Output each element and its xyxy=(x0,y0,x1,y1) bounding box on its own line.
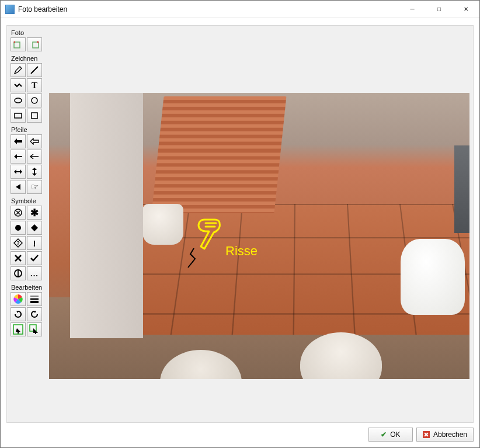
section-label: Bearbeiten xyxy=(11,284,43,291)
ellipse-icon xyxy=(13,96,23,105)
pencil-icon xyxy=(13,65,23,75)
rotate-left-button[interactable] xyxy=(11,37,26,51)
canvas-container: Risse xyxy=(46,26,473,422)
window-title: Foto bearbeiten xyxy=(18,5,399,13)
diamond-button[interactable] xyxy=(27,221,42,235)
rect-icon xyxy=(13,111,23,120)
triangle-left-icon xyxy=(15,183,22,190)
redo-button[interactable] xyxy=(11,307,26,321)
redo-icon xyxy=(13,310,23,319)
pointing-hand-button[interactable]: ☞ xyxy=(27,180,42,194)
arrow-thin-filled-button[interactable] xyxy=(11,150,26,164)
x-mark-icon xyxy=(14,254,22,262)
svg-rect-1 xyxy=(33,42,39,48)
photo-tile-stack xyxy=(151,96,286,213)
arrow-outline-left-button[interactable] xyxy=(27,134,42,148)
photo-bag xyxy=(401,239,465,315)
photo-pillar xyxy=(70,93,143,338)
svg-line-2 xyxy=(31,67,38,74)
window-controls: ─ □ ✕ xyxy=(399,1,479,18)
cancel-button[interactable]: Abbrechen xyxy=(416,428,474,442)
select-in-icon xyxy=(13,324,23,335)
annotation-pointer-icon xyxy=(196,218,223,252)
dot-button[interactable] xyxy=(11,221,26,235)
svg-point-12 xyxy=(15,225,21,231)
question-diamond-icon: ? xyxy=(13,238,23,248)
image-canvas[interactable]: Risse xyxy=(49,93,469,379)
svg-point-14 xyxy=(15,270,22,277)
arrow-double-h-icon xyxy=(13,169,23,175)
undo-icon xyxy=(30,310,39,319)
asterisk-button[interactable]: ✱ xyxy=(27,206,42,220)
section-label: Foto xyxy=(11,29,43,36)
ellipse-button[interactable] xyxy=(11,93,26,107)
section-bearbeiten: Bearbeiten xyxy=(11,284,43,336)
check-icon: ✔ xyxy=(381,430,387,439)
arrow-thin-filled-icon xyxy=(13,154,23,159)
arrow-double-h-button[interactable] xyxy=(11,165,26,179)
annotation-label: Risse xyxy=(225,244,258,259)
ok-button[interactable]: ✔ OK xyxy=(368,428,413,442)
dialog-buttons: ✔ OK Abbrechen xyxy=(368,428,474,442)
arrow-double-v-button[interactable] xyxy=(27,165,42,179)
close-button[interactable]: ✕ xyxy=(453,1,479,18)
section-symbole: Symbole ✱ ? xyxy=(11,197,43,280)
ok-label: OK xyxy=(390,430,400,439)
question-diamond-button[interactable]: ? xyxy=(11,236,26,250)
circle-x-icon xyxy=(13,208,23,217)
section-foto: Foto xyxy=(11,29,43,51)
square-icon xyxy=(30,111,39,120)
circle-x-button[interactable] xyxy=(11,206,26,220)
zigzag-button[interactable] xyxy=(11,78,26,92)
rect-button[interactable] xyxy=(11,109,26,123)
triangle-left-button[interactable] xyxy=(11,180,26,194)
zigzag-icon xyxy=(13,81,23,90)
section-label: Zeichnen xyxy=(11,55,43,62)
circle-button[interactable] xyxy=(27,93,42,107)
rotate-right-button[interactable] xyxy=(27,37,42,51)
svg-point-4 xyxy=(32,98,37,103)
exclaim-button[interactable]: ! xyxy=(27,236,42,250)
section-label: Symbole xyxy=(11,197,43,204)
arrow-thin-open-button[interactable] xyxy=(27,150,42,164)
x-mark-button[interactable] xyxy=(11,251,26,265)
asterisk-icon: ✱ xyxy=(30,207,39,219)
circle-bar-icon xyxy=(13,269,23,278)
arrow-outline-left-icon xyxy=(30,138,39,145)
line-button[interactable] xyxy=(27,63,42,77)
check-button[interactable] xyxy=(27,251,42,265)
line-weight-icon xyxy=(30,295,39,303)
maximize-button[interactable]: □ xyxy=(426,1,453,18)
text-button[interactable]: T xyxy=(27,78,42,92)
more-button[interactable]: ... xyxy=(27,266,42,280)
section-pfeile: Pfeile xyxy=(11,126,43,194)
svg-rect-0 xyxy=(14,42,20,48)
content-frame: Foto xyxy=(6,25,474,423)
color-wheel-icon xyxy=(13,294,23,304)
select-out-button[interactable] xyxy=(27,322,42,336)
arrow-thin-open-icon xyxy=(30,154,39,159)
app-icon xyxy=(5,5,15,14)
select-out-icon xyxy=(29,324,40,335)
rotate-right-icon xyxy=(29,40,40,49)
svg-rect-19 xyxy=(13,325,23,334)
arrow-solid-left-icon xyxy=(13,138,23,145)
arrow-double-v-icon xyxy=(32,167,37,176)
square-button[interactable] xyxy=(27,109,42,123)
undo-button[interactable] xyxy=(27,307,42,321)
exclaim-icon: ! xyxy=(33,238,36,248)
minimize-button[interactable]: ─ xyxy=(399,1,426,18)
color-wheel-button[interactable] xyxy=(11,292,26,306)
cancel-label: Abbrechen xyxy=(433,430,467,439)
svg-point-3 xyxy=(15,98,22,103)
circle-bar-button[interactable] xyxy=(11,266,26,280)
photo-bucket-1 xyxy=(142,204,183,245)
rotate-left-icon xyxy=(13,40,23,49)
pencil-button[interactable] xyxy=(11,63,26,77)
text-icon: T xyxy=(32,81,37,91)
line-weight-button[interactable] xyxy=(27,292,42,306)
pointing-hand-icon: ☞ xyxy=(31,182,39,192)
select-in-button[interactable] xyxy=(11,322,26,336)
arrow-solid-left-button[interactable] xyxy=(11,134,26,148)
line-icon xyxy=(30,65,39,75)
